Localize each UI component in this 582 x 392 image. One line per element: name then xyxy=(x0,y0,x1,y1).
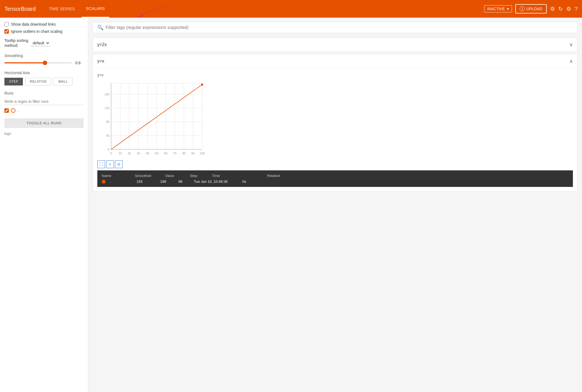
runs-section: Runs . TOGGLE ALL RUNS logs xyxy=(4,91,84,136)
svg-text:50: 50 xyxy=(155,152,158,155)
main-nav: TIME SERIES SCALARS xyxy=(44,0,477,18)
ignore-outliers-label: Ignore outliers in chart scaling xyxy=(11,29,62,34)
svg-text:70: 70 xyxy=(173,152,176,155)
svg-text:80: 80 xyxy=(182,152,186,155)
run-checkbox[interactable] xyxy=(4,108,9,113)
app-logo: TensorBoard xyxy=(4,6,36,12)
runs-filter-input[interactable] xyxy=(4,98,84,105)
tooltip-time-value: Tue Jan 10, 10:48:38 xyxy=(194,179,238,184)
logs-label: logs xyxy=(4,131,11,136)
show-download-links-label: Show data download links xyxy=(11,22,56,26)
smoothing-slider-thumb[interactable] xyxy=(43,61,47,65)
tooltip-col-step-header: Step xyxy=(190,174,201,178)
ignore-outliers-checkbox[interactable] xyxy=(4,29,9,34)
tooltip-header-row: Name Smoothed Value Step Time Relative xyxy=(102,174,568,178)
run-item: . xyxy=(4,108,84,113)
ignore-outliers-row: Ignore outliers in chart scaling xyxy=(4,29,84,34)
smoothing-slider-container: 0.6 xyxy=(4,61,84,65)
smoothing-slider-track xyxy=(4,62,72,63)
axis-button-group: STEP RELATIVE WALL xyxy=(4,78,84,85)
info-icon: i xyxy=(520,6,525,11)
tooltip-col-name-header: Name xyxy=(102,174,124,178)
tooltip-smoothed-value: 193 xyxy=(136,179,156,184)
chevron-down-icon-y2x: ∨ xyxy=(569,42,573,48)
help-icon[interactable]: ? xyxy=(575,6,578,12)
main-layout: Show data download links Ignore outliers… xyxy=(0,18,582,392)
header: TensorBoard TIME SERIES SCALARS INACTIVE… xyxy=(0,0,582,18)
axis-relative-button[interactable]: RELATIVE xyxy=(25,78,51,85)
chart-area-yx: 0 40 80 120 160 0 10 20 30 40 xyxy=(97,80,573,160)
pan-button[interactable]: ≡ xyxy=(106,160,114,168)
tooltip-panel: Name Smoothed Value Step Time Relative .… xyxy=(97,170,573,187)
svg-text:10: 10 xyxy=(119,152,122,155)
show-download-links-checkbox[interactable] xyxy=(4,22,9,26)
horizontal-axis-label: Horizontal Axis xyxy=(4,71,84,75)
run-name: . xyxy=(18,108,19,113)
svg-text:20: 20 xyxy=(128,152,131,155)
filter-bar: 🔍 xyxy=(93,22,578,33)
upload-button[interactable]: i UPLOAD xyxy=(515,4,547,14)
tooltip-col-smoothed-header: Smoothed xyxy=(135,174,154,178)
svg-text:100: 100 xyxy=(200,152,205,155)
tooltip-method-select[interactable]: default xyxy=(30,40,50,46)
content-area: 🔍 y=2x ∨ y=x ∧ y=x xyxy=(88,18,582,392)
refresh-icon[interactable]: ↻ xyxy=(558,6,563,12)
axis-step-button[interactable]: STEP xyxy=(4,78,23,85)
svg-text:60: 60 xyxy=(164,152,167,155)
svg-text:30: 30 xyxy=(137,152,140,155)
runs-label: Runs xyxy=(4,91,84,95)
tooltip-run-name: . xyxy=(110,179,132,184)
svg-text:120: 120 xyxy=(104,106,109,110)
chart-svg-yx: 0 40 80 120 160 0 10 20 30 40 xyxy=(97,80,216,160)
smoothing-value: 0.6 xyxy=(75,61,84,65)
tooltip-relative-value: 0s xyxy=(242,179,246,184)
show-download-links-row: Show data download links xyxy=(4,22,84,26)
smoothing-slider-fill xyxy=(4,62,45,63)
tooltip-step-value: 98 xyxy=(178,179,189,184)
chart-toolbar: ⛶ ≡ ⊡ xyxy=(97,160,573,168)
tag-header-y2x[interactable]: y=2x ∨ xyxy=(93,38,577,52)
svg-text:0: 0 xyxy=(110,152,112,155)
tag-section-yx: y=x ∧ y=x xyxy=(93,54,578,192)
svg-text:90: 90 xyxy=(191,152,195,155)
tag-name-y2x: y=2x xyxy=(97,42,107,47)
settings-outlined-icon[interactable]: ⚙ xyxy=(550,6,555,12)
tag-content-yx: y=x xyxy=(93,68,577,191)
svg-text:80: 80 xyxy=(106,120,109,123)
svg-text:40: 40 xyxy=(146,152,149,155)
tag-section-y2x: y=2x ∨ xyxy=(93,37,578,52)
toggle-all-runs-button[interactable]: TOGGLE ALL RUNS xyxy=(4,118,84,128)
tooltip-value: 196 xyxy=(160,179,174,184)
tooltip-run-dot xyxy=(102,180,106,184)
header-right: INACTIVE ▾ i UPLOAD ⚙ ↻ ⚙ ? xyxy=(484,4,578,14)
sidebar: Show data download links Ignore outliers… xyxy=(0,18,88,392)
tooltip-data-row: . 193 196 98 Tue Jan 10, 10:48:38 0s xyxy=(102,179,568,184)
settings-icon[interactable]: ⚙ xyxy=(566,6,571,12)
tooltip-method-row: Tooltip sortingmethod: default xyxy=(4,38,84,48)
svg-text:160: 160 xyxy=(104,93,109,96)
download-button[interactable]: ⊡ xyxy=(115,160,123,168)
chevron-up-icon-yx: ∧ xyxy=(569,58,573,64)
tag-name-yx: y=x xyxy=(97,59,104,64)
zoom-fit-button[interactable]: ⛶ xyxy=(97,160,105,168)
tooltip-col-relative-header: Relative xyxy=(267,174,280,178)
search-icon: 🔍 xyxy=(97,25,103,31)
run-color-circle xyxy=(11,108,15,113)
tag-filter-input[interactable] xyxy=(106,25,573,30)
smoothing-label: Smoothing xyxy=(4,53,84,58)
tooltip-col-time-header: Time xyxy=(212,174,256,178)
nav-item-scalars[interactable]: SCALARS xyxy=(82,0,109,18)
svg-point-36 xyxy=(201,83,203,86)
smoothing-section: Smoothing 0.6 xyxy=(4,53,84,65)
chevron-down-icon: ▾ xyxy=(507,7,509,11)
svg-text:0: 0 xyxy=(108,148,109,151)
axis-wall-button[interactable]: WALL xyxy=(53,78,72,85)
status-select[interactable]: INACTIVE ▾ xyxy=(484,5,512,12)
svg-text:40: 40 xyxy=(106,134,109,137)
tag-header-yx[interactable]: y=x ∧ xyxy=(93,54,577,68)
nav-item-time-series[interactable]: TIME SERIES xyxy=(44,0,79,18)
tooltip-method-label: Tooltip sortingmethod: xyxy=(4,38,28,48)
tooltip-col-value-header: Value xyxy=(165,174,179,178)
chart-title-yx: y=x xyxy=(97,73,573,77)
horizontal-axis-section: Horizontal Axis STEP RELATIVE WALL xyxy=(4,71,84,85)
